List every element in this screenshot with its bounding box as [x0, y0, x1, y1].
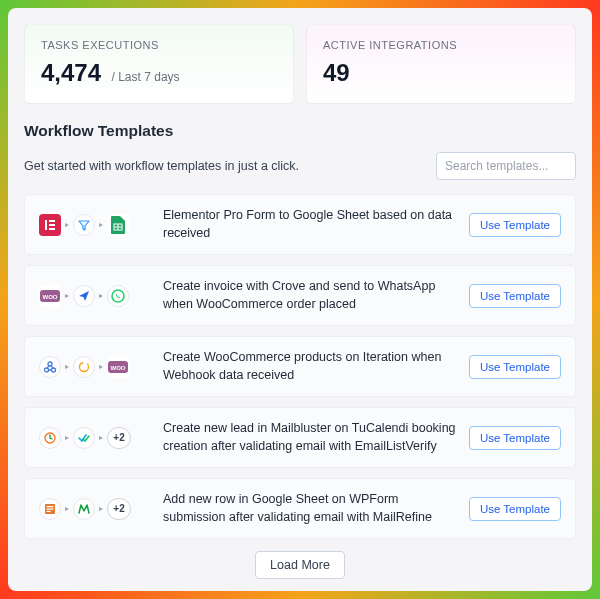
stat-card-tasks: TASKS EXECUTIONS 4,474 / Last 7 days: [24, 24, 294, 104]
use-template-button[interactable]: Use Template: [469, 497, 561, 521]
template-icons: ▸ ▸: [39, 214, 151, 236]
template-row: ▸ ▸ WOO Create WooCommerce products on I…: [24, 336, 576, 397]
section-title: Workflow Templates: [24, 122, 576, 140]
stat-label: ACTIVE INTEGRATIONS: [323, 39, 559, 51]
svg-rect-20: [47, 510, 51, 511]
stats-row: TASKS EXECUTIONS 4,474 / Last 7 days ACT…: [8, 8, 592, 116]
filter-icon: [73, 214, 95, 236]
svg-rect-1: [49, 220, 55, 222]
svg-text:WOO: WOO: [43, 293, 58, 299]
template-icons: ▸ ▸ +2: [39, 427, 151, 449]
checks-icon: [73, 427, 95, 449]
stat-value-integrations: 49: [323, 59, 350, 87]
stat-sub: / Last 7 days: [112, 70, 180, 84]
template-icons: WOO ▸ ▸: [39, 285, 151, 307]
send-icon: [73, 285, 95, 307]
chevron-right-icon: ▸: [99, 433, 103, 442]
svg-text:WOO: WOO: [111, 364, 126, 370]
chevron-right-icon: ▸: [65, 362, 69, 371]
load-more-button[interactable]: Load More: [255, 551, 345, 579]
svg-point-12: [52, 368, 56, 372]
svg-rect-3: [49, 228, 55, 230]
wpform-icon: [39, 498, 61, 520]
svg-rect-18: [47, 506, 54, 507]
chevron-right-icon: ▸: [65, 220, 69, 229]
app-panel: TASKS EXECUTIONS 4,474 / Last 7 days ACT…: [8, 8, 592, 591]
svg-rect-0: [45, 220, 47, 230]
iterate-icon: [73, 356, 95, 378]
chevron-right-icon: ▸: [99, 504, 103, 513]
chevron-right-icon: ▸: [65, 291, 69, 300]
use-template-button[interactable]: Use Template: [469, 426, 561, 450]
stat-value-tasks: 4,474: [41, 59, 101, 87]
mailrefine-icon: [73, 498, 95, 520]
template-icons: ▸ ▸ +2: [39, 498, 151, 520]
more-badge[interactable]: +2: [107, 498, 131, 520]
template-desc: Add new row in Google Sheet on WPForm su…: [163, 491, 457, 526]
search-input[interactable]: [436, 152, 576, 180]
template-row: ▸ ▸ +2 Create new lead in Mailbluster on…: [24, 407, 576, 468]
svg-point-11: [45, 368, 49, 372]
template-row: ▸ ▸ Elementor Pro Form to Google Sheet b…: [24, 194, 576, 255]
use-template-button[interactable]: Use Template: [469, 284, 561, 308]
chevron-right-icon: ▸: [99, 291, 103, 300]
template-row: ▸ ▸ +2 Add new row in Google Sheet on WP…: [24, 478, 576, 539]
svg-point-9: [112, 290, 124, 302]
stat-card-integrations: ACTIVE INTEGRATIONS 49: [306, 24, 576, 104]
elementor-icon: [39, 214, 61, 236]
svg-rect-19: [47, 508, 54, 509]
use-template-button[interactable]: Use Template: [469, 213, 561, 237]
chevron-right-icon: ▸: [65, 433, 69, 442]
chevron-right-icon: ▸: [99, 220, 103, 229]
template-desc: Elementor Pro Form to Google Sheet based…: [163, 207, 457, 242]
svg-point-13: [80, 362, 89, 371]
woocommerce-icon: WOO: [107, 356, 129, 378]
use-template-button[interactable]: Use Template: [469, 355, 561, 379]
template-icons: ▸ ▸ WOO: [39, 356, 151, 378]
template-desc: Create WooCommerce products on Iteration…: [163, 349, 457, 384]
woocommerce-icon: WOO: [39, 285, 61, 307]
template-list: ▸ ▸ Elementor Pro Form to Google Sheet b…: [24, 194, 576, 539]
chevron-right-icon: ▸: [65, 504, 69, 513]
svg-rect-2: [49, 224, 55, 226]
section-subtitle: Get started with workflow templates in j…: [24, 159, 299, 173]
load-more-wrap: Load More: [24, 551, 576, 579]
clock-icon: [39, 427, 61, 449]
chevron-right-icon: ▸: [99, 362, 103, 371]
more-badge[interactable]: +2: [107, 427, 131, 449]
templates-section: Workflow Templates Get started with work…: [8, 116, 592, 591]
gsheet-icon: [107, 214, 129, 236]
template-desc: Create invoice with Crove and send to Wh…: [163, 278, 457, 313]
template-row: WOO ▸ ▸ Create invoice with Crove and se…: [24, 265, 576, 326]
section-sub-row: Get started with workflow templates in j…: [24, 152, 576, 180]
stat-label: TASKS EXECUTIONS: [41, 39, 277, 51]
webhook-icon: [39, 356, 61, 378]
template-desc: Create new lead in Mailbluster on TuCale…: [163, 420, 457, 455]
whatsapp-icon: [107, 285, 129, 307]
